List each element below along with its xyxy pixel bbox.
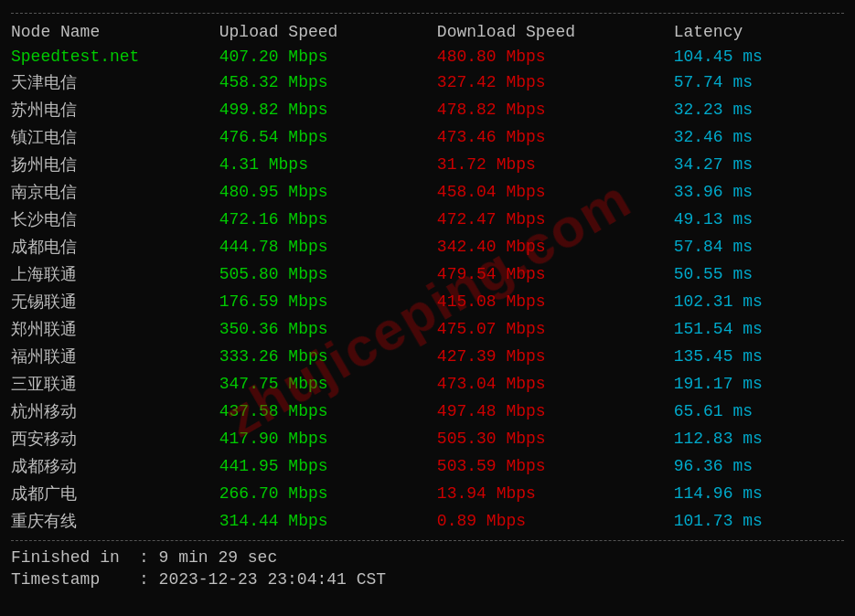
cell-upload: 505.80 Mbps (219, 260, 437, 288)
cell-node: 长沙电信 (11, 206, 219, 233)
col-header-download: Download Speed (437, 19, 674, 45)
col-header-upload: Upload Speed (219, 19, 437, 45)
cell-node: 南京电信 (11, 178, 219, 206)
footer-timestamp-row: Timestamp : 2023-12-23 23:04:41 CST (11, 568, 844, 590)
cell-node: 扬州电信 (11, 151, 219, 178)
table-row: 成都移动 441.95 Mbps 503.59 Mbps 96.36 ms (11, 452, 844, 480)
cell-upload: 347.75 Mbps (219, 370, 437, 398)
table-row: Speedtest.net 407.20 Mbps 480.80 Mbps 10… (11, 45, 844, 69)
cell-upload: 472.16 Mbps (219, 206, 437, 233)
cell-node: 郑州联通 (11, 315, 219, 343)
cell-upload: 480.95 Mbps (219, 178, 437, 206)
cell-download: 473.04 Mbps (437, 370, 674, 398)
cell-upload: 441.95 Mbps (219, 452, 437, 480)
cell-latency: 135.45 ms (674, 343, 844, 370)
cell-download: 472.47 Mbps (437, 206, 674, 233)
cell-latency: 104.45 ms (674, 45, 844, 69)
cell-node: 天津电信 (11, 69, 219, 96)
cell-upload: 437.58 Mbps (219, 398, 437, 425)
cell-latency: 96.36 ms (674, 452, 844, 480)
cell-node: 苏州电信 (11, 96, 219, 123)
cell-latency: 32.23 ms (674, 96, 844, 123)
cell-latency: 33.96 ms (674, 178, 844, 206)
cell-upload: 350.36 Mbps (219, 315, 437, 343)
cell-upload: 458.32 Mbps (219, 69, 437, 96)
table-row: 南京电信 480.95 Mbps 458.04 Mbps 33.96 ms (11, 178, 844, 206)
cell-latency: 49.13 ms (674, 206, 844, 233)
cell-download: 480.80 Mbps (437, 45, 674, 69)
cell-download: 427.39 Mbps (437, 343, 674, 370)
cell-latency: 50.55 ms (674, 260, 844, 288)
table-header-row: Node Name Upload Speed Download Speed La… (11, 19, 844, 45)
footer-finished-row: Finished in : 9 min 29 sec (11, 547, 844, 568)
cell-node: 杭州移动 (11, 398, 219, 425)
cell-upload: 266.70 Mbps (219, 480, 437, 507)
cell-latency: 102.31 ms (674, 288, 844, 315)
col-header-node: Node Name (11, 19, 219, 45)
cell-node: Speedtest.net (11, 45, 219, 69)
cell-upload: 407.20 Mbps (219, 45, 437, 69)
table-row: 天津电信 458.32 Mbps 327.42 Mbps 57.74 ms (11, 69, 844, 96)
cell-download: 478.82 Mbps (437, 96, 674, 123)
cell-download: 497.48 Mbps (437, 398, 674, 425)
cell-download: 473.46 Mbps (437, 123, 674, 151)
top-divider (11, 13, 844, 14)
cell-latency: 114.96 ms (674, 480, 844, 507)
table-row: 三亚联通 347.75 Mbps 473.04 Mbps 191.17 ms (11, 370, 844, 398)
cell-download: 415.08 Mbps (437, 288, 674, 315)
footer-finished-value: : 9 min 29 sec (139, 548, 277, 567)
cell-node: 三亚联通 (11, 370, 219, 398)
cell-download: 503.59 Mbps (437, 452, 674, 480)
cell-latency: 112.83 ms (674, 425, 844, 452)
cell-upload: 476.54 Mbps (219, 123, 437, 151)
table-row: 长沙电信 472.16 Mbps 472.47 Mbps 49.13 ms (11, 206, 844, 233)
cell-node: 福州联通 (11, 343, 219, 370)
table-row: 上海联通 505.80 Mbps 479.54 Mbps 50.55 ms (11, 260, 844, 288)
cell-node: 上海联通 (11, 260, 219, 288)
cell-node: 镇江电信 (11, 123, 219, 151)
table-row: 重庆有线 314.44 Mbps 0.89 Mbps 101.73 ms (11, 507, 844, 535)
cell-upload: 314.44 Mbps (219, 507, 437, 535)
cell-download: 475.07 Mbps (437, 315, 674, 343)
footer-timestamp-label: Timestamp (11, 570, 139, 589)
cell-download: 479.54 Mbps (437, 260, 674, 288)
cell-node: 无锡联通 (11, 288, 219, 315)
footer-finished-label: Finished in (11, 548, 139, 567)
bottom-divider (11, 540, 844, 541)
cell-latency: 34.27 ms (674, 151, 844, 178)
cell-node: 成都电信 (11, 233, 219, 260)
cell-upload: 417.90 Mbps (219, 425, 437, 452)
cell-latency: 57.74 ms (674, 69, 844, 96)
cell-latency: 101.73 ms (674, 507, 844, 535)
cell-download: 0.89 Mbps (437, 507, 674, 535)
cell-download: 458.04 Mbps (437, 178, 674, 206)
table-row: 西安移动 417.90 Mbps 505.30 Mbps 112.83 ms (11, 425, 844, 452)
cell-upload: 4.31 Mbps (219, 151, 437, 178)
table-row: 成都电信 444.78 Mbps 342.40 Mbps 57.84 ms (11, 233, 844, 260)
speed-table: Node Name Upload Speed Download Speed La… (11, 19, 844, 535)
cell-download: 13.94 Mbps (437, 480, 674, 507)
cell-latency: 65.61 ms (674, 398, 844, 425)
cell-latency: 57.84 ms (674, 233, 844, 260)
footer-section: Finished in : 9 min 29 sec Timestamp : 2… (11, 547, 844, 590)
cell-node: 重庆有线 (11, 507, 219, 535)
cell-latency: 151.54 ms (674, 315, 844, 343)
table-row: 福州联通 333.26 Mbps 427.39 Mbps 135.45 ms (11, 343, 844, 370)
col-header-latency: Latency (674, 19, 844, 45)
table-row: 郑州联通 350.36 Mbps 475.07 Mbps 151.54 ms (11, 315, 844, 343)
table-row: 镇江电信 476.54 Mbps 473.46 Mbps 32.46 ms (11, 123, 844, 151)
cell-latency: 32.46 ms (674, 123, 844, 151)
cell-upload: 499.82 Mbps (219, 96, 437, 123)
table-row: 苏州电信 499.82 Mbps 478.82 Mbps 32.23 ms (11, 96, 844, 123)
cell-download: 505.30 Mbps (437, 425, 674, 452)
cell-upload: 333.26 Mbps (219, 343, 437, 370)
cell-download: 327.42 Mbps (437, 69, 674, 96)
table-row: 杭州移动 437.58 Mbps 497.48 Mbps 65.61 ms (11, 398, 844, 425)
cell-latency: 191.17 ms (674, 370, 844, 398)
table-row: 无锡联通 176.59 Mbps 415.08 Mbps 102.31 ms (11, 288, 844, 315)
cell-download: 342.40 Mbps (437, 233, 674, 260)
table-row: 成都广电 266.70 Mbps 13.94 Mbps 114.96 ms (11, 480, 844, 507)
cell-upload: 176.59 Mbps (219, 288, 437, 315)
cell-node: 成都移动 (11, 452, 219, 480)
footer-timestamp-value: : 2023-12-23 23:04:41 CST (139, 570, 386, 589)
